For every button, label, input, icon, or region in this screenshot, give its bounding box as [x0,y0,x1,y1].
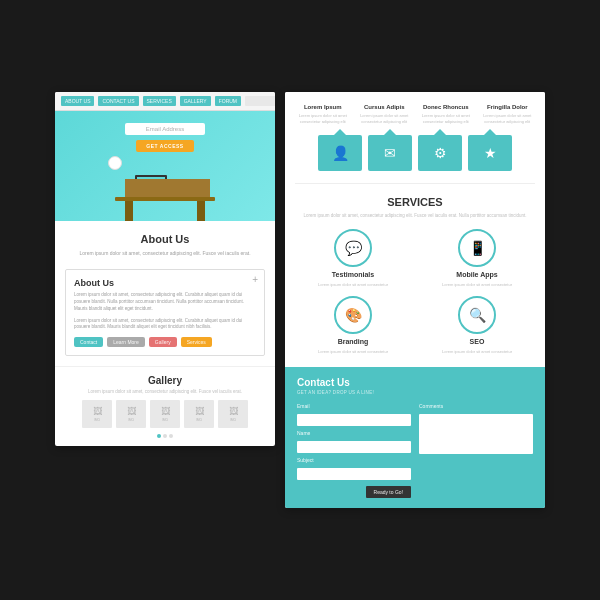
gallery-subtitle: Lorem ipsum dolor sit amet, consectetur … [65,389,265,394]
feature-icon-3: ⚙ [418,135,462,171]
submit-row: Ready to Go! [297,486,411,498]
gallery-title: Gallery [65,375,265,386]
gallery-item-3[interactable]: 🖼 IMG [150,400,180,428]
services-button[interactable]: Services [181,337,212,347]
service-branding: 🎨 Branding Lorem ipsum dolor sit amet co… [295,296,411,355]
nav-forum[interactable]: FORUM [215,96,241,106]
features-section: Lorem Ipsum Lorem ipsum dolor sit amet c… [285,92,545,182]
about-text: Lorem ipsum dolor sit amet, consectetur … [65,250,265,257]
feature-sub-4: Lorem ipsum dolor sit amet consectetur a… [480,113,536,124]
email-field[interactable] [297,414,411,426]
about-title: About Us [65,233,265,245]
gallery-item-2[interactable]: 🖼 IMG [116,400,146,428]
comments-field[interactable] [419,414,533,454]
user-icon: 👤 [332,145,349,161]
gallery-item-4[interactable]: 🖼 IMG [184,400,214,428]
about-card: + About Us Lorem ipsum dolor sit amet, c… [65,269,265,356]
contact-left-col: Email Name Subject Ready to Go! [297,403,411,498]
service-desc-2: Lorem ipsum dolor sit amet consectetur [442,282,512,288]
service-mobile: 📱 Mobile Apps Lorem ipsum dolor sit amet… [419,229,535,288]
gallery-grid: 🖼 IMG 🖼 IMG 🖼 IMG 🖼 IMG 🖼 IMG [65,400,265,428]
service-name-3: Branding [338,338,369,345]
service-name-4: SEO [470,338,485,345]
card-text-1: Lorem ipsum dolor sit amet, consectetur … [74,292,256,312]
about-section: About Us Lorem ipsum dolor sit amet, con… [55,221,275,269]
name-field[interactable] [297,441,411,453]
desk-legs [120,201,210,221]
page-dot-1[interactable] [157,434,161,438]
desk-illustration [100,151,230,221]
contact-title: Contact Us [297,377,533,388]
nav-about[interactable]: ABOUT US [61,96,94,106]
pagination [65,434,265,438]
mobile-icon: 📱 [469,240,486,256]
feature-2: Cursus Adipis Lorem ipsum dolor sit amet… [357,104,413,124]
service-circle-4: 🔍 [458,296,496,334]
left-panel: ABOUT US CONTACT US SERVICES GALLERY FOR… [55,92,275,446]
feature-3: Donec Rhoncus Lorem ipsum dolor sit amet… [418,104,474,124]
contact-button[interactable]: Contact [74,337,103,347]
service-name-2: Mobile Apps [456,271,497,278]
contact-form: Email Name Subject Ready to Go! Comments [297,403,533,498]
testimonials-icon: 💬 [345,240,362,256]
page-dot-3[interactable] [169,434,173,438]
card-title: About Us [74,278,256,288]
feature-icon-4: ★ [468,135,512,171]
seo-icon: 🔍 [469,307,486,323]
feature-sub-1: Lorem ipsum dolor sit amet consectetur a… [295,113,351,124]
service-name-1: Testimonials [332,271,374,278]
desk-leg-left [125,201,133,221]
feature-sub-2: Lorem ipsum dolor sit amet consectetur a… [357,113,413,124]
feature-icons: 👤 ✉ ⚙ ★ [295,135,535,171]
subject-label: Subject [297,457,411,463]
feature-icon-1: 👤 [318,135,362,171]
services-subtitle: Lorem ipsum dolor sit amet, consectetur … [295,213,535,220]
nav-gallery[interactable]: GALLERY [180,96,211,106]
branding-icon: 🎨 [345,307,362,323]
comments-label: Comments [419,403,533,409]
hero-section: Email Address GET ACCESS [55,111,275,221]
service-desc-1: Lorem ipsum dolor sit amet consectetur [318,282,388,288]
feature-title-2: Cursus Adipis [357,104,413,110]
feature-title-3: Donec Rhoncus [418,104,474,110]
search-input[interactable] [245,96,275,106]
email-input[interactable]: Email Address [125,123,205,135]
gallery-label-2: IMG [128,418,135,422]
nav-bar: ABOUT US CONTACT US SERVICES GALLERY FOR… [55,92,275,111]
card-buttons: Contact Learn More Gallery Services [74,337,256,347]
name-label: Name [297,430,411,436]
submit-button[interactable]: Ready to Go! [366,486,411,498]
page-dot-2[interactable] [163,434,167,438]
card-text-2: Lorem ipsum dolor sit amet, consectetur … [74,318,256,332]
service-circle-3: 🎨 [334,296,372,334]
subject-field[interactable] [297,468,411,480]
feature-1: Lorem Ipsum Lorem ipsum dolor sit amet c… [295,104,351,124]
gallery-label-4: IMG [196,418,203,422]
service-desc-3: Lorem ipsum dolor sit amet consectetur [318,349,388,355]
gallery-icon-2: 🖼 [127,406,136,416]
service-desc-4: Lorem ipsum dolor sit amet consectetur [442,349,512,355]
mail-icon: ✉ [384,145,396,161]
gallery-label-1: IMG [94,418,101,422]
card-plus-icon[interactable]: + [252,274,258,285]
gallery-icon-4: 🖼 [195,406,204,416]
features-titles: Lorem Ipsum Lorem ipsum dolor sit amet c… [295,104,535,124]
main-container: ABOUT US CONTACT US SERVICES GALLERY FOR… [35,72,565,527]
contact-right-col: Comments [419,403,533,498]
nav-services[interactable]: SERVICES [143,96,176,106]
feature-4: Fringilla Dolor Lorem ipsum dolor sit am… [480,104,536,124]
feature-icon-2: ✉ [368,135,412,171]
services-section: SERVICES Lorem ipsum dolor sit amet, con… [285,184,545,367]
nav-contact[interactable]: CONTACT US [98,96,138,106]
gallery-label-5: IMG [230,418,237,422]
gallery-item-1[interactable]: 🖼 IMG [82,400,112,428]
email-label: Email [297,403,411,409]
gallery-button[interactable]: Gallery [149,337,177,347]
contact-subtitle: GET AN IDEA? DROP US A LINE! [297,390,533,395]
gallery-item-5[interactable]: 🖼 IMG [218,400,248,428]
contact-section: Contact Us GET AN IDEA? DROP US A LINE! … [285,367,545,508]
learn-more-button[interactable]: Learn More [107,337,145,347]
star-icon: ★ [484,145,497,161]
gallery-icon-5: 🖼 [229,406,238,416]
service-testimonials: 💬 Testimonials Lorem ipsum dolor sit ame… [295,229,411,288]
